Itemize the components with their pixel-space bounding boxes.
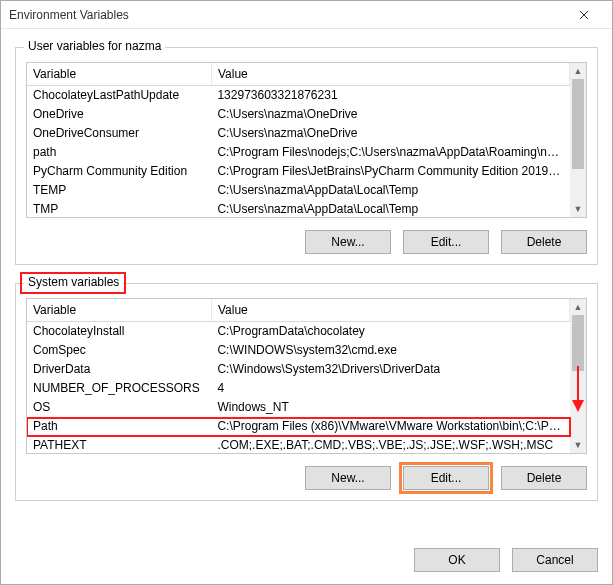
- table-row[interactable]: TEMPC:\Users\nazma\AppData\Local\Temp: [27, 181, 570, 200]
- cancel-button[interactable]: Cancel: [512, 548, 598, 572]
- scroll-down-icon[interactable]: ▼: [570, 437, 586, 453]
- system-delete-button[interactable]: Delete: [501, 466, 587, 490]
- close-icon[interactable]: [564, 4, 604, 26]
- table-row[interactable]: DriverDataC:\Windows\System32\Drivers\Dr…: [27, 360, 570, 379]
- table-row[interactable]: OneDriveC:\Users\nazma\OneDrive: [27, 105, 570, 124]
- dialog-content: User variables for nazma Variable Value …: [1, 29, 612, 538]
- user-scrollbar[interactable]: ▲ ▼: [570, 63, 586, 217]
- table-row[interactable]: ChocolateyLastPathUpdate1329736033218762…: [27, 86, 570, 105]
- scroll-up-icon[interactable]: ▲: [570, 63, 586, 79]
- table-row[interactable]: PATHEXT.COM;.EXE;.BAT;.CMD;.VBS;.VBE;.JS…: [27, 436, 570, 454]
- user-variables-legend: User variables for nazma: [24, 39, 165, 53]
- env-vars-dialog: Environment Variables User variables for…: [0, 0, 613, 585]
- scroll-thumb[interactable]: [572, 315, 584, 371]
- user-edit-button[interactable]: Edit...: [403, 230, 489, 254]
- table-row[interactable]: NUMBER_OF_PROCESSORS4: [27, 379, 570, 398]
- system-variables-legend: System variables: [24, 275, 123, 289]
- ok-button[interactable]: OK: [414, 548, 500, 572]
- system-new-button[interactable]: New...: [305, 466, 391, 490]
- table-row[interactable]: pathC:\Program Files\nodejs;C:\Users\naz…: [27, 143, 570, 162]
- user-buttons-row: New... Edit... Delete: [26, 230, 587, 254]
- system-variables-group: System variables Variable Value Chocolat…: [15, 283, 598, 501]
- table-row[interactable]: PyCharm Community EditionC:\Program File…: [27, 162, 570, 181]
- system-variables-list[interactable]: Variable Value ChocolateyInstallC:\Progr…: [26, 298, 587, 454]
- col-header-value[interactable]: Value: [211, 299, 569, 322]
- scroll-down-icon[interactable]: ▼: [570, 201, 586, 217]
- user-variables-list[interactable]: Variable Value ChocolateyLastPathUpdate1…: [26, 62, 587, 218]
- table-row[interactable]: TMPC:\Users\nazma\AppData\Local\Temp: [27, 200, 570, 218]
- scroll-thumb[interactable]: [572, 79, 584, 169]
- user-delete-button[interactable]: Delete: [501, 230, 587, 254]
- col-header-variable[interactable]: Variable: [27, 299, 211, 322]
- col-header-variable[interactable]: Variable: [27, 63, 211, 86]
- table-row[interactable]: ChocolateyInstallC:\ProgramData\chocolat…: [27, 322, 570, 341]
- system-edit-button[interactable]: Edit...: [403, 466, 489, 490]
- table-row[interactable]: OneDriveConsumerC:\Users\nazma\OneDrive: [27, 124, 570, 143]
- table-row[interactable]: PathC:\Program Files (x86)\VMware\VMware…: [27, 417, 570, 436]
- table-row[interactable]: OSWindows_NT: [27, 398, 570, 417]
- user-variables-group: User variables for nazma Variable Value …: [15, 47, 598, 265]
- window-title: Environment Variables: [9, 1, 129, 29]
- dialog-buttons: OK Cancel: [1, 538, 612, 584]
- table-row[interactable]: ComSpecC:\WINDOWS\system32\cmd.exe: [27, 341, 570, 360]
- scroll-up-icon[interactable]: ▲: [570, 299, 586, 315]
- titlebar: Environment Variables: [1, 1, 612, 29]
- user-new-button[interactable]: New...: [305, 230, 391, 254]
- col-header-value[interactable]: Value: [211, 63, 569, 86]
- system-scrollbar[interactable]: ▲ ▼: [570, 299, 586, 453]
- system-buttons-row: New... Edit... Delete: [26, 466, 587, 490]
